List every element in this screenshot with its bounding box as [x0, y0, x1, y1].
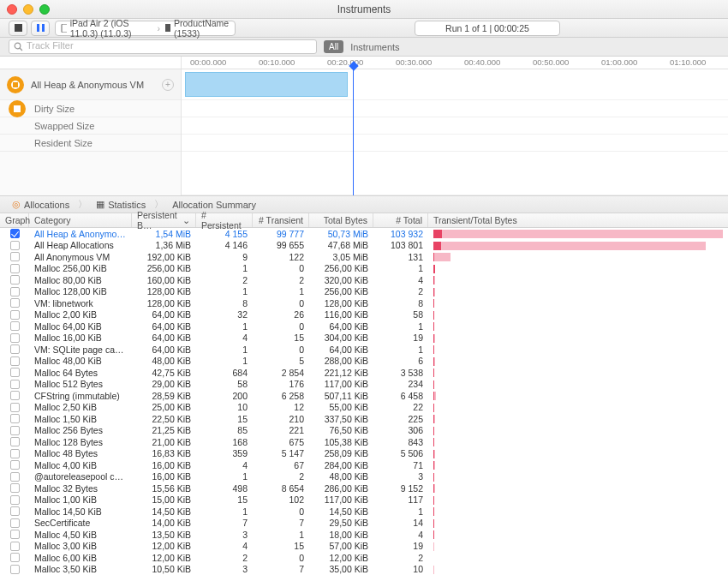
graph-checkbox[interactable]: [10, 287, 20, 296]
table-body[interactable]: All Heap & Anonymous V…1,54 MiB4 15599 7…: [0, 228, 728, 587]
graph-checkbox[interactable]: [10, 356, 20, 366]
table-row[interactable]: Malloc 2,00 KiB64,00 KiB3226116,00 KiB58: [0, 309, 728, 321]
track-filter-input[interactable]: Track Filter: [9, 39, 317, 54]
graph-checkbox[interactable]: [10, 553, 20, 562]
graph-checkbox[interactable]: [10, 506, 20, 516]
table-row[interactable]: Malloc 48 Bytes16,83 KiB3595 147258,09 K…: [0, 448, 728, 460]
run-status[interactable]: Run 1 of 1 | 00:00:25: [415, 21, 560, 36]
pathbar-allocation-summary[interactable]: Allocation Summary: [167, 200, 261, 210]
table-row[interactable]: Malloc 3,50 KiB10,50 KiB3735,00 KiB10: [0, 564, 728, 576]
table-row[interactable]: Malloc 256,00 KiB256,00 KiB10256,00 KiB1: [0, 263, 728, 275]
cell-tot: 2: [373, 553, 428, 563]
graph-checkbox[interactable]: [10, 298, 20, 308]
graph-checkbox[interactable]: [10, 310, 20, 320]
record-stop-button[interactable]: [9, 21, 27, 36]
table-row[interactable]: Malloc 6,00 KiB12,00 KiB2012,00 KiB2: [0, 552, 728, 564]
graph-checkbox[interactable]: [10, 264, 20, 273]
table-row[interactable]: Malloc 32 Bytes15,56 KiB4988 654286,00 K…: [0, 482, 728, 494]
th-n-total[interactable]: # Total: [373, 213, 428, 227]
track-main[interactable]: All Heap & Anonymous VM +: [0, 69, 181, 100]
cell-nt: 210: [253, 414, 309, 424]
th-total-bytes[interactable]: Total Bytes: [309, 213, 373, 227]
cell-pb: 29,00 KiB: [132, 379, 196, 389]
table-row[interactable]: VM: SQLite page cache64,00 KiB1064,00 Ki…: [0, 344, 728, 356]
graph-checkbox[interactable]: [10, 403, 20, 412]
target-selector[interactable]: iPad Air 2 (iOS 11.0.3) (11.0.3) › Produ…: [55, 21, 236, 36]
th-n-persistent[interactable]: # Persistent: [196, 213, 253, 227]
graph-checkbox[interactable]: [10, 565, 20, 574]
pathbar-allocations[interactable]: ◎ Allocations: [7, 199, 75, 210]
cell-nt: 6 258: [253, 391, 309, 401]
graph-checkbox[interactable]: [10, 472, 20, 482]
table-row[interactable]: Malloc 2,50 KiB25,00 KiB101255,00 KiB22: [0, 402, 728, 414]
graph-checkbox[interactable]: [10, 333, 20, 343]
table-row[interactable]: Malloc 512 Bytes29,00 KiB58176117,00 KiB…: [0, 379, 728, 391]
graph-checkbox[interactable]: [10, 275, 20, 285]
table-row[interactable]: Malloc 48,00 KiB48,00 KiB15288,00 KiB6: [0, 356, 728, 368]
cell-np: 1: [196, 286, 253, 296]
graph-checkbox[interactable]: [10, 414, 20, 423]
graph-checkbox[interactable]: [10, 483, 20, 493]
table-row[interactable]: Malloc 1,00 KiB15,00 KiB15102117,00 KiB1…: [0, 494, 728, 506]
table-row[interactable]: Malloc 80,00 KiB160,00 KiB22320,00 KiB4: [0, 274, 728, 286]
graph-checkbox[interactable]: [10, 241, 20, 250]
table-row[interactable]: Malloc 4,50 KiB13,50 KiB3118,00 KiB4: [0, 529, 728, 541]
th-n-transient[interactable]: # Transient: [253, 213, 309, 227]
track-dirty-size[interactable]: Dirty Size: [0, 100, 181, 117]
graph-checkbox[interactable]: [10, 321, 20, 331]
table-row[interactable]: All Heap Allocations1,36 MiB4 14699 6554…: [0, 240, 728, 252]
time-ruler[interactable]: 00:00.00000:10.00000:20.00000:30.00000:4…: [0, 57, 728, 69]
graph-checkbox[interactable]: [10, 252, 20, 261]
cell-np: 3: [196, 530, 253, 540]
graph-checkbox[interactable]: [10, 530, 20, 539]
run-status-label: Run 1 of 1 | 00:00:25: [445, 23, 529, 33]
cell-category: Malloc 32 Bytes: [29, 483, 132, 494]
graph-checkbox[interactable]: [10, 391, 20, 400]
graph-checkbox[interactable]: [10, 495, 20, 505]
table-row[interactable]: @autoreleasepool content16,00 KiB1248,00…: [0, 471, 728, 483]
pathbar-statistics[interactable]: ▦ Statistics: [91, 199, 151, 210]
table-row[interactable]: Malloc 16,00 KiB64,00 KiB415304,00 KiB19: [0, 332, 728, 344]
table-row[interactable]: All Heap & Anonymous V…1,54 MiB4 15599 7…: [0, 228, 728, 240]
filter-pill-all[interactable]: All: [324, 40, 343, 53]
table-row[interactable]: CFString (immutable)28,59 KiB2006 258507…: [0, 390, 728, 402]
pause-button[interactable]: [31, 21, 50, 36]
track-swapped-size[interactable]: Swapped Size: [0, 117, 181, 135]
table-row[interactable]: SecCertificate14,00 KiB7729,50 KiB14: [0, 518, 728, 530]
graph-checkbox[interactable]: [10, 229, 20, 238]
graph-checkbox[interactable]: [10, 426, 20, 435]
cell-tb: 320,00 KiB: [309, 275, 373, 285]
cell-nt: 2: [253, 471, 309, 482]
table-row[interactable]: Malloc 128 Bytes21,00 KiB168675105,38 Ki…: [0, 436, 728, 448]
table-row[interactable]: VM: libnetwork128,00 KiB80128,00 KiB8: [0, 297, 728, 309]
table-row[interactable]: Malloc 64,00 KiB64,00 KiB1064,00 KiB1: [0, 320, 728, 332]
graph-checkbox[interactable]: [10, 437, 20, 446]
graph-checkbox[interactable]: [10, 542, 20, 551]
graph-checkbox[interactable]: [10, 368, 20, 377]
table-row[interactable]: Malloc 256 Bytes21,25 KiB8522176,50 KiB3…: [0, 425, 728, 437]
tracks-lanes[interactable]: [182, 69, 728, 195]
graph-checkbox[interactable]: [10, 449, 20, 458]
graph-checkbox[interactable]: [10, 460, 20, 470]
cell-tb: 256,00 KiB: [309, 286, 373, 296]
table-row[interactable]: Malloc 4,00 KiB16,00 KiB467284,00 KiB71: [0, 459, 728, 471]
graph-checkbox[interactable]: [10, 344, 20, 354]
table-row[interactable]: Malloc 64 Bytes42,75 KiB6842 854221,12 K…: [0, 367, 728, 379]
toolbar: iPad Air 2 (iOS 11.0.3) (11.0.3) › Produ…: [0, 19, 728, 38]
svg-rect-1: [37, 24, 39, 32]
graph-checkbox[interactable]: [10, 380, 20, 389]
allocations-sparkline: [185, 72, 348, 97]
th-persistent-bytes[interactable]: Persistent B…⌄: [132, 213, 196, 227]
table-row[interactable]: Malloc 1,50 KiB22,50 KiB15210337,50 KiB2…: [0, 413, 728, 425]
graph-checkbox[interactable]: [10, 518, 20, 528]
table-row[interactable]: All Anonymous VM192,00 KiB91223,05 MiB13…: [0, 251, 728, 263]
table-row[interactable]: Malloc 128,00 KiB128,00 KiB11256,00 KiB2: [0, 286, 728, 298]
track-resident-size[interactable]: Resident Size: [0, 135, 181, 152]
add-track-button[interactable]: +: [162, 79, 174, 91]
table-row[interactable]: Malloc 14,50 KiB14,50 KiB1014,50 KiB1: [0, 506, 728, 518]
th-graph[interactable]: Graph: [0, 213, 29, 227]
th-ratio[interactable]: Transient/Total Bytes: [428, 213, 728, 227]
playhead[interactable]: [353, 69, 354, 195]
table-row[interactable]: Malloc 3,00 KiB12,00 KiB41557,00 KiB19: [0, 541, 728, 553]
th-category[interactable]: Category: [29, 213, 132, 227]
